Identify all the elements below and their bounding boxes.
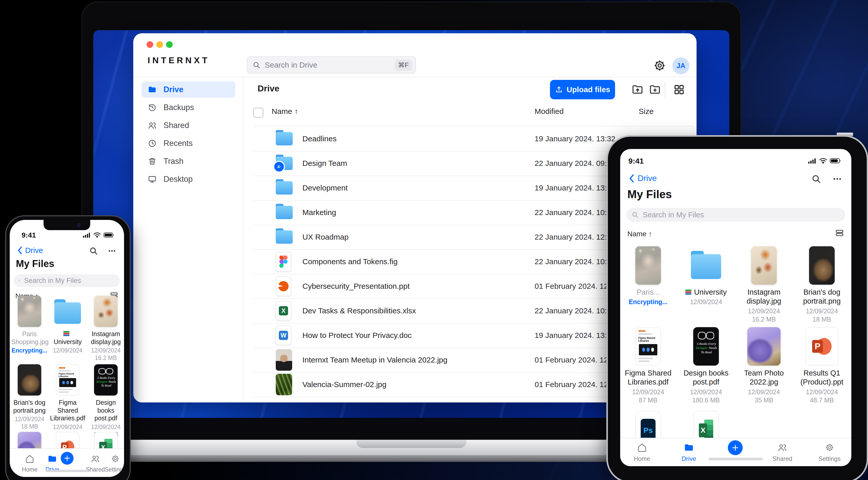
search-input[interactable] [264,60,395,70]
sidebar-item-recents[interactable]: Recents [142,135,235,151]
upload-icon [555,85,563,94]
file-card[interactable]: Paris Shopping.jpg Encrypting... [11,296,48,354]
select-all-checkbox[interactable] [253,107,264,118]
photo-thumbnail [747,327,781,366]
file-name: Cybersecurity_Presentation.ppt [302,274,410,299]
list-view-button[interactable] [835,228,844,239]
file-date: 12/09/2024 [11,416,48,423]
tab-shared[interactable]: Shared [770,443,795,462]
file-date: 12/09/2024 [736,307,792,315]
ppt-thumbnail: P [805,327,839,366]
people-icon [777,443,787,452]
signal-icon [808,158,816,164]
file-card[interactable]: Paris... Encrypting... [620,246,676,306]
file-name: Instagram display.jpg [88,330,124,346]
file-date: 12/09/2024 [88,424,124,431]
back-to-drive-link[interactable]: Drive [628,174,657,183]
drive-search-field[interactable]: ⌘F [247,56,416,74]
file-card[interactable]: Instagram display.jpg 12/09/2024 16.2 MB [736,246,792,323]
chevron-left-icon [628,174,635,183]
pie-chart-icon [278,281,288,291]
tab-home[interactable]: Home [629,443,655,462]
page-title: Drive [257,83,279,94]
file-card[interactable]: Brian's dog portrait.png 12/09/2024 18 M… [794,246,850,323]
file-date: 12/09/2024 [678,388,734,396]
photo-thumbnail [751,246,777,285]
encrypting-status: Encrypting... [11,347,48,354]
back-to-drive-link[interactable]: Drive [17,246,43,255]
tab-home[interactable]: Home [18,454,42,473]
photo-thumbnail [18,364,41,396]
search-field[interactable] [626,208,845,222]
upload-files-label: Upload files [567,85,610,94]
file-card[interactable]: Figma Shared Libraries Figma Shared Libr… [50,364,86,438]
file-size: 16.2 MB [736,316,792,323]
plus-icon [732,444,739,452]
upload-folder-button[interactable] [631,83,644,96]
folder-plus-icon [648,83,662,96]
more-options-icon[interactable] [832,174,842,184]
column-header-size[interactable]: Size [639,107,653,116]
file-modified: 22 January 2024. 09:25 [535,151,615,176]
back-label: Drive [638,174,657,183]
column-header-name[interactable]: Name ↑ [272,107,298,116]
file-card[interactable]: P Results Q1 (Product).ppt 12/09/2024 48… [794,327,850,404]
file-modified: 19 January 2024. 13:32 [535,127,615,151]
settings-gear-button[interactable] [653,59,666,72]
encrypting-status: Encrypting... [620,298,676,306]
file-card[interactable]: Figma Shared Libraries Figma Shared Libr… [620,327,676,404]
toolbar-divider [665,82,665,97]
tab-settings[interactable]: Settings [103,454,124,473]
search-icon[interactable] [811,174,821,184]
file-name: Paris... [620,288,676,297]
file-name: Figma Shared Libraries.pdf [620,369,676,387]
trash-icon [148,157,157,166]
folder-icon [54,299,81,324]
sidebar-item-label: Trash [163,157,184,166]
tablet-power-button [837,133,853,136]
column-header-modified[interactable]: Modified [535,107,563,116]
file-modified: 22 January 2024. 12:44 [535,225,615,249]
sidebar-item-drive[interactable]: Drive [142,81,235,98]
tab-settings[interactable]: Settings [817,443,842,462]
file-card[interactable]: Team Photo 2022.jpg 12/09/2024 35 MB [736,327,792,404]
search-icon[interactable] [89,246,98,255]
signal-icon [83,232,91,238]
folder-card[interactable]: University 12/09/2024 [678,246,734,306]
grid-view-button[interactable] [673,83,686,96]
sort-by-name[interactable]: Name↑ [627,230,652,238]
zoom-window-button[interactable] [166,41,173,48]
file-card[interactable]: Brian's dog portrait.png 12/09/2024 18 M… [11,364,48,430]
tab-drive[interactable]: Drive [676,443,702,462]
search-field[interactable] [14,274,120,287]
add-file-button[interactable] [728,440,743,455]
more-options-icon[interactable] [107,246,116,255]
powerpoint-file-icon [276,276,291,296]
file-size: 87 MB [620,397,676,404]
file-card[interactable]: 5 Books EveryDesigner NeedsTo Read Desig… [88,364,124,438]
status-time: 9:41 [628,157,644,165]
sort-arrow-icon: ↑ [294,107,298,115]
search-icon [252,61,260,69]
search-input[interactable] [24,276,115,285]
search-input[interactable] [642,210,840,219]
folder-icon [691,251,721,279]
file-card[interactable]: Instagram display.jpg 12/09/2024 16.2 MB [88,296,124,362]
upload-files-button[interactable]: Upload files [550,80,615,99]
photo-thumbnail [276,374,292,395]
new-folder-button[interactable] [648,83,662,96]
marketing-composite: INTERNXT ⌘F JA Drive Backups Shared [0,0,868,480]
user-avatar[interactable]: JA [673,57,689,74]
minimize-window-button[interactable] [156,41,163,48]
file-card[interactable]: 5 Books EveryDesigner NeedsTo Read Desig… [678,327,734,404]
add-file-button[interactable] [61,452,73,465]
laptop-lid-notch [356,440,466,448]
folder-card[interactable]: University 12/09/2024 [50,296,86,354]
ppt-letter: P [812,340,823,353]
search-shortcut-badge: ⌘F [395,60,412,71]
sidebar-item-trash[interactable]: Trash [142,153,235,169]
close-window-button[interactable] [147,41,153,48]
sidebar-item-desktop[interactable]: Desktop [142,171,235,187]
photo-thumbnail [18,296,41,327]
status-icons [808,158,841,164]
